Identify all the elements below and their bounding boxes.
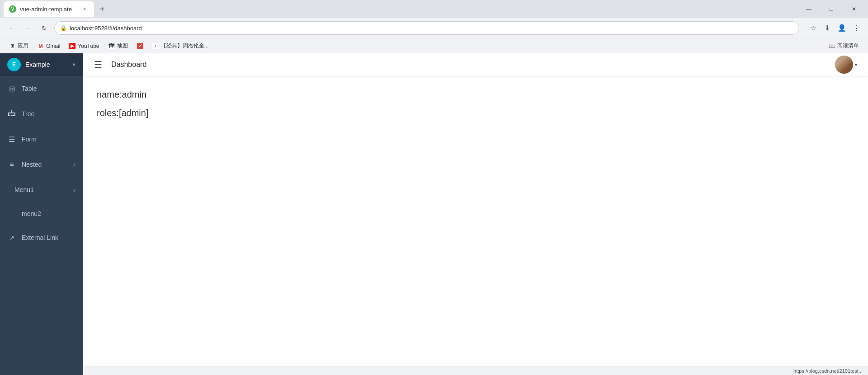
sidebar-item-table[interactable]: ⊞ Table (0, 76, 83, 101)
header-right: ▾ (835, 56, 859, 74)
reader-mode-button[interactable]: 📖 阅读清单 (825, 40, 863, 52)
bookmarks-right: 📖 阅读清单 (825, 40, 863, 52)
bookmark-apps[interactable]: ⊞ 应用 (5, 40, 32, 52)
sidebar-item-menu1[interactable]: Menu1 ∨ (0, 177, 83, 202)
form-icon: ☰ (7, 135, 16, 144)
bookmarks-bar: ⊞ 应用 M Gmail ▶ YouTube 🗺 地图 ✓ ♪ 【经典】周杰伦全… (0, 38, 868, 53)
back-button[interactable]: ← (5, 22, 18, 34)
sidebar-external-link-label: External Link (22, 234, 76, 241)
content-area: name:admin roles:[admin] (83, 76, 868, 366)
status-url: https://blog.csdn.net/2101test... (793, 368, 863, 374)
external-link-icon: ↗ (7, 234, 16, 241)
sidebar-item-external-link[interactable]: ↗ External Link (0, 225, 83, 250)
gmail-icon: M (38, 43, 44, 49)
bookmark-youtube[interactable]: ▶ YouTube (66, 41, 103, 51)
sidebar-header-title: Example (25, 61, 67, 68)
svg-rect-0 (11, 110, 12, 112)
svg-rect-3 (8, 112, 15, 113)
sidebar-tree-label: Tree (22, 110, 76, 117)
reader-label: 阅读清单 (837, 42, 859, 50)
avatar-image (835, 56, 853, 74)
name-info: name:admin (97, 89, 854, 100)
bookmark-youtube-label: YouTube (78, 43, 99, 49)
reload-button[interactable]: ↻ (38, 22, 51, 34)
address-text: localhost:9528/#/dashboard (70, 25, 142, 32)
status-bar: https://blog.csdn.net/2101test... (83, 366, 868, 375)
roles-info: roles:[admin] (97, 108, 854, 118)
tab-close-button[interactable]: × (80, 5, 89, 13)
minimize-button[interactable]: — (798, 2, 819, 16)
new-tab-button[interactable]: + (96, 3, 108, 15)
app-header: ☰ Dashboard ▾ (83, 53, 868, 76)
bookmark-star-button[interactable]: ☆ (807, 22, 819, 34)
forward-button[interactable]: → (22, 22, 34, 34)
sidebar-item-form[interactable]: ☰ Form (0, 127, 83, 152)
youtube-icon: ▶ (69, 43, 75, 49)
sidebar-menu2-label: menu2 (22, 210, 76, 217)
bookmark-apps-label: 应用 (18, 42, 28, 50)
tree-icon (7, 110, 16, 118)
main-content: name:admin roles:[admin] (83, 76, 868, 366)
sidebar: E Example ∧ ⊞ Table (0, 53, 83, 375)
tab-favicon: V (9, 5, 16, 13)
hamburger-button[interactable]: ☰ (92, 57, 104, 72)
sidebar-form-label: Form (22, 136, 76, 143)
svg-rect-5 (13, 115, 15, 116)
browser-window: V vue-admin-template × + — □ ✕ ← → ↻ 🔒 l… (0, 0, 868, 375)
right-panel: ☰ Dashboard ▾ name:admin roles:[admin] (83, 53, 868, 375)
page-title: Dashboard (111, 61, 146, 69)
close-button[interactable]: ✕ (844, 2, 864, 16)
user-avatar[interactable] (835, 56, 853, 74)
sidebar-item-tree[interactable]: Tree (0, 101, 83, 127)
sidebar-header[interactable]: E Example ∧ (0, 53, 83, 76)
nested-arrow-icon: ∧ (73, 162, 76, 167)
lock-icon: 🔒 (60, 25, 67, 31)
sidebar-menu1-label: Menu1 (14, 186, 67, 193)
maps-icon: 🗺 (108, 43, 115, 49)
address-bar[interactable]: 🔒 localhost:9528/#/dashboard (54, 21, 799, 35)
sidebar-item-menu2[interactable]: menu2 (0, 202, 83, 225)
bookmark-maps-label: 地图 (117, 42, 128, 50)
bookmark-jay-label: 【经典】周杰伦全... (161, 42, 209, 50)
bookmark-gmail[interactable]: M Gmail (34, 41, 64, 51)
sidebar-logo: E (7, 58, 21, 71)
sidebar-nested-label: Nested (22, 161, 67, 168)
window-controls: — □ ✕ (798, 2, 864, 16)
svg-rect-6 (11, 115, 13, 116)
bookmark-gmail-label: Gmail (46, 43, 60, 49)
sidebar-table-label: Table (22, 85, 76, 92)
avatar-dropdown-arrow[interactable]: ▾ (853, 62, 859, 67)
sidebar-item-nested[interactable]: ≡ Nested ∧ (0, 152, 83, 177)
browser-toolbar: ← → ↻ 🔒 localhost:9528/#/dashboard ☆ ⬇ 👤… (0, 18, 868, 38)
reader-icon: 📖 (829, 43, 835, 49)
tab-title: vue-admin-template (20, 6, 77, 13)
profile-button[interactable]: 👤 (835, 22, 848, 34)
maximize-button[interactable]: □ (821, 2, 842, 16)
nested-icon: ≡ (7, 160, 16, 169)
apps-icon: ⊞ (9, 43, 15, 49)
bookmark-maps[interactable]: 🗺 地图 (105, 40, 132, 52)
svg-rect-4 (9, 115, 10, 116)
menu-button[interactable]: ⋮ (850, 22, 863, 34)
app-container: E Example ∧ ⊞ Table (0, 53, 868, 375)
tab-bar: V vue-admin-template × + — □ ✕ (0, 0, 868, 18)
browser-tab[interactable]: V vue-admin-template × (4, 1, 94, 17)
todoist-icon: ✓ (137, 43, 143, 49)
download-button[interactable]: ⬇ (821, 22, 834, 34)
bookmark-todoist[interactable]: ✓ (133, 41, 147, 51)
menu1-arrow-icon: ∨ (73, 188, 76, 192)
bookmark-jay[interactable]: ♪ 【经典】周杰伦全... (149, 40, 212, 52)
table-icon: ⊞ (7, 84, 16, 93)
sidebar-collapse-icon: ∧ (72, 61, 76, 68)
jay-icon: ♪ (152, 43, 159, 49)
toolbar-actions: ☆ ⬇ 👤 ⋮ (807, 22, 863, 34)
